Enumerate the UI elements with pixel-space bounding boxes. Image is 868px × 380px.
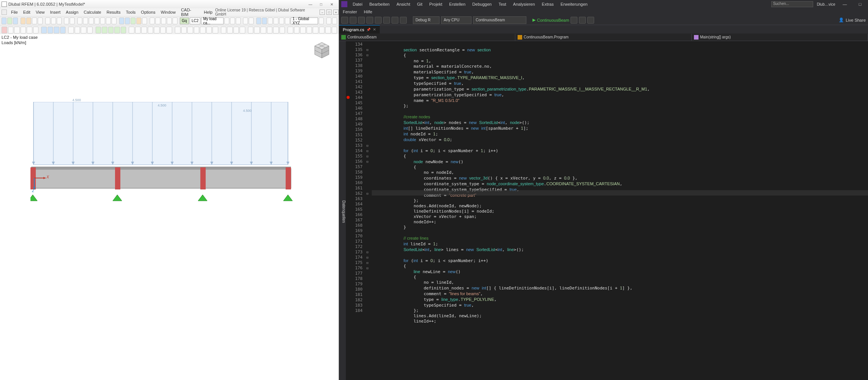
vsmenu-test[interactable]: Test: [497, 2, 508, 6]
grp3-icon[interactable]: [268, 17, 273, 24]
msc6-icon[interactable]: [319, 27, 325, 33]
hin2-icon[interactable]: [75, 27, 80, 33]
nav-assembly-dropdown[interactable]: ContinuousBeam: [339, 34, 515, 41]
new-item-icon[interactable]: [358, 17, 365, 24]
panel6-icon[interactable]: [106, 17, 111, 24]
startup-dropdown[interactable]: ContinuousBeam: [473, 16, 526, 24]
vs-account-label[interactable]: Dlub…vice: [817, 2, 835, 6]
calc4-icon[interactable]: [136, 17, 141, 24]
menu-view[interactable]: View: [33, 10, 48, 14]
msc5-icon[interactable]: [313, 27, 318, 33]
save-icon[interactable]: [21, 17, 26, 24]
calc5-icon[interactable]: [142, 17, 147, 24]
nav-cube[interactable]: [311, 40, 332, 61]
mv7-icon[interactable]: [213, 27, 218, 33]
vs-min-button[interactable]: —: [839, 2, 850, 6]
run-button[interactable]: ContinuousBeam: [532, 17, 569, 22]
menu-insert[interactable]: Insert: [47, 10, 63, 14]
menu-edit[interactable]: Edit: [21, 10, 33, 14]
menu-calculate[interactable]: Calculate: [81, 10, 104, 14]
nav-method-dropdown[interactable]: Main(string[] args): [692, 34, 868, 41]
mv5-icon[interactable]: [200, 27, 206, 33]
mv6-icon[interactable]: [206, 27, 212, 33]
hin4-icon[interactable]: [87, 27, 93, 33]
menu-window[interactable]: Window: [158, 10, 178, 14]
vs-max-button[interactable]: □: [854, 2, 866, 6]
vsmenu-datei[interactable]: Datei: [351, 2, 364, 6]
opening-icon[interactable]: [33, 27, 39, 33]
open-icon[interactable]: [366, 17, 373, 24]
rfem-titlebar[interactable]: Dlubal RFEM | 6.02.0052 | MyTestModel* —…: [0, 0, 339, 8]
dim4-icon[interactable]: [240, 27, 245, 33]
sup3-icon[interactable]: [54, 27, 59, 33]
surface-icon[interactable]: [21, 27, 26, 33]
end2-icon[interactable]: [332, 17, 337, 24]
vw3-icon[interactable]: [161, 17, 166, 24]
vsmenu-debuggen[interactable]: Debuggen: [471, 2, 493, 6]
redo-icon[interactable]: [70, 17, 75, 24]
report-icon[interactable]: [45, 17, 50, 24]
grp4-icon[interactable]: [273, 17, 278, 24]
snp6-icon[interactable]: [280, 27, 285, 33]
vsmenu-git[interactable]: Git: [416, 2, 424, 6]
ed3-icon[interactable]: [141, 27, 147, 33]
sup2-icon[interactable]: [48, 27, 53, 33]
report3-icon[interactable]: [57, 17, 62, 24]
mv1-icon[interactable]: [175, 27, 181, 33]
sidebar-datasources[interactable]: Datenquellen: [339, 41, 346, 380]
vw5-icon[interactable]: [173, 17, 177, 24]
line-icon[interactable]: [8, 27, 14, 33]
msc3-icon[interactable]: [300, 27, 306, 33]
run-noDbg-icon[interactable]: [571, 17, 577, 24]
menu-results[interactable]: Results: [104, 10, 123, 14]
menu-cadbim[interactable]: CAD-BIM: [178, 8, 201, 17]
ed5-icon[interactable]: [154, 27, 160, 33]
rfem-viewport[interactable]: LC2 - My load case Loads [kN/m]: [0, 34, 339, 380]
dim3-icon[interactable]: [233, 27, 239, 33]
nav-namespace-dropdown[interactable]: ContinuousBeam.Program: [515, 34, 692, 41]
panel4-icon[interactable]: [94, 17, 99, 24]
menu-options[interactable]: Options: [138, 10, 158, 14]
sup4-icon[interactable]: [60, 27, 66, 33]
mv4-icon[interactable]: [194, 27, 200, 33]
end1-icon[interactable]: [326, 17, 331, 24]
calc2-icon[interactable]: [125, 17, 130, 24]
snp3-icon[interactable]: [261, 27, 266, 33]
lc-field[interactable]: LC2: [190, 17, 200, 24]
vsmenu-erweiterungen[interactable]: Erweiterungen: [559, 2, 589, 6]
grp2-icon[interactable]: [262, 17, 267, 24]
ed2-icon[interactable]: [135, 27, 141, 33]
menu-help[interactable]: Help: [201, 10, 215, 14]
grp5-icon[interactable]: [279, 17, 284, 24]
snp2-icon[interactable]: [254, 27, 260, 33]
snp5-icon[interactable]: [273, 27, 279, 33]
platform-dropdown[interactable]: Any CPU: [441, 16, 472, 24]
vsmenu-bearbeiten[interactable]: Bearbeiten: [368, 2, 391, 6]
loadcase-dropdown[interactable]: My load ca...: [201, 17, 223, 24]
panel7-icon[interactable]: [112, 17, 117, 24]
dim1-icon[interactable]: [221, 27, 227, 33]
vs-search-input[interactable]: Suchen...: [771, 1, 813, 7]
vsmenu-extras[interactable]: Extras: [540, 2, 555, 6]
ld1-icon[interactable]: [96, 27, 101, 33]
csys-dropdown[interactable]: 1 - Global XYZ: [291, 17, 318, 24]
ed4-icon[interactable]: [148, 27, 153, 33]
vw2-icon[interactable]: [155, 17, 160, 24]
calc-icon[interactable]: [119, 17, 124, 24]
csys-next-icon[interactable]: [319, 17, 324, 24]
ld2-icon[interactable]: [102, 27, 107, 33]
solid-icon[interactable]: [27, 27, 32, 33]
mv3-icon[interactable]: [187, 27, 193, 33]
open-icon[interactable]: [7, 17, 12, 24]
close-button[interactable]: ✕: [326, 1, 337, 8]
msc7-icon[interactable]: [325, 27, 331, 33]
mdi-close-icon[interactable]: ×: [333, 10, 339, 15]
hin1-icon[interactable]: [68, 27, 74, 33]
hin3-icon[interactable]: [81, 27, 86, 33]
vsmenu-hilfe[interactable]: Hilfe: [362, 10, 374, 14]
menu-file[interactable]: File: [8, 10, 21, 14]
saveall-icon[interactable]: [32, 17, 37, 24]
saveas-icon[interactable]: [26, 17, 31, 24]
dim2-icon[interactable]: [227, 27, 233, 33]
fold-gutter[interactable]: ⊟ ⊟ ⊟ ⊟ ⊟ ⊟ ⊟ ⊟ ⊟ ⊟ ⊟: [366, 41, 372, 380]
